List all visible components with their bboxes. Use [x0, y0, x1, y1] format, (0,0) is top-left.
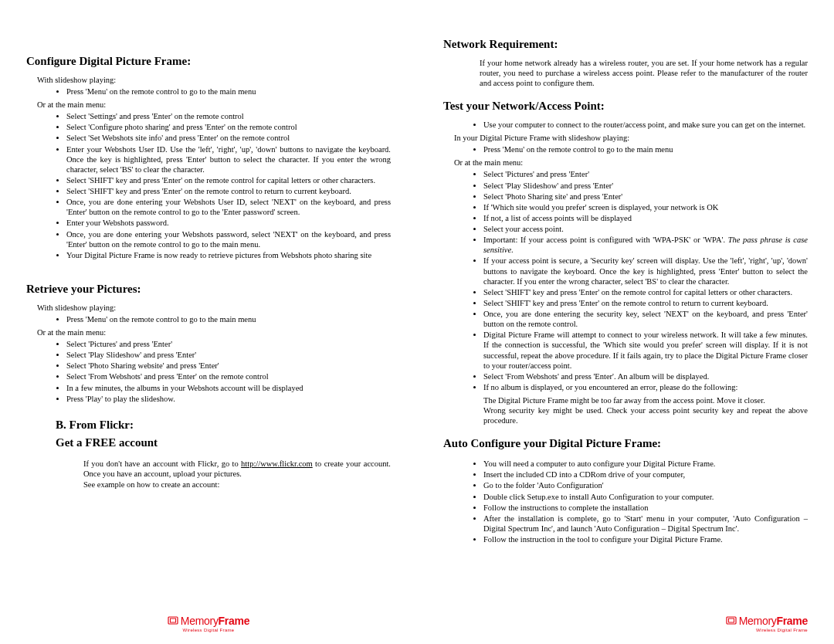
- ret-list-1: Press 'Menu' on the remote control to go…: [26, 314, 391, 324]
- list-item: Once, you are done entering the security…: [483, 309, 808, 329]
- right-page: Network Requirement: If your home networ…: [417, 0, 834, 644]
- ret-lead: With slideshow playing:: [37, 303, 391, 313]
- heading-flickr-b: Get a FREE account: [56, 436, 391, 450]
- cfg-list-1: Press 'Menu' on the remote control to go…: [26, 86, 391, 97]
- list-item: Select 'SHIFT' key and press 'Enter' on …: [66, 175, 391, 185]
- brand-a: Memory: [181, 615, 219, 627]
- list-item: After the installation is complete, go t…: [483, 514, 808, 534]
- auto-list: You will need a computer to auto configu…: [443, 459, 808, 544]
- list-item: Select 'SHIFT' key and press 'Enter' on …: [66, 186, 391, 196]
- list-item: Select 'Settings' and press 'Enter' on t…: [66, 111, 391, 121]
- brand-tag: Wireless Digital Frame: [131, 628, 286, 634]
- list-item: Once, you are done entering your Webshot…: [66, 197, 391, 217]
- flickr-text-a: If you don't have an account with Flickr…: [83, 459, 241, 468]
- list-item: Select 'Pictures' and press 'Enter': [66, 339, 391, 349]
- footer-logo-right: MemoryFrame Wireless Digital Frame: [726, 615, 808, 633]
- list-item: Press 'Play' to play the slideshow.: [66, 394, 391, 404]
- list-item: You will need a computer to auto configu…: [483, 459, 808, 469]
- ret-list-2: Select 'Pictures' and press 'Enter' Sele…: [26, 339, 391, 404]
- heading-configure: Configure Digital Picture Frame:: [26, 54, 391, 69]
- important-a: Important: If your access point is confi…: [483, 236, 728, 244]
- list-item: Press 'Menu' on the remote control to go…: [483, 144, 808, 154]
- list-item: Enter your Webshots password.: [66, 218, 391, 228]
- list-item: Use your computer to connect to the rout…: [483, 120, 808, 130]
- cfg-lead: With slideshow playing:: [37, 75, 391, 85]
- heading-auto: Auto Configure your Digital Picture Fram…: [443, 436, 808, 451]
- memoryframe-icon: [726, 615, 737, 629]
- list-item: Press 'Menu' on the remote control to go…: [66, 86, 391, 97]
- brand-a: Memory: [739, 615, 777, 627]
- list-item: Your Digital Picture Frame is now ready …: [66, 250, 391, 260]
- list-item: Select 'SHIFT' key and press 'Enter' on …: [483, 298, 808, 308]
- test-list-1: Use your computer to connect to the rout…: [443, 120, 808, 130]
- list-item: Select your access point.: [483, 224, 808, 234]
- list-item: Select 'Pictures' and press 'Enter': [483, 169, 808, 179]
- list-item: Double click Setup.exe to install Auto C…: [483, 492, 808, 502]
- brand-tag: Wireless Digital Frame: [726, 628, 808, 634]
- brand-b: Frame: [219, 615, 250, 627]
- list-item: Follow the instructions to complete the …: [483, 503, 808, 513]
- document-spread: Configure Digital Picture Frame: With sl…: [0, 0, 834, 644]
- heading-retrieve: Retrieve your Pictures:: [26, 282, 391, 297]
- svg-rect-0: [168, 617, 178, 624]
- list-item: Digital Picture Frame will attempt to co…: [483, 330, 808, 371]
- cfg-list-2: Select 'Settings' and press 'Enter' on t…: [26, 111, 391, 260]
- list-item: Select 'Play Slideshow' and press 'Enter…: [483, 181, 808, 191]
- list-item: Follow the instruction in the tool to co…: [483, 534, 808, 544]
- flickr-link[interactable]: http://www.flickr.com: [241, 459, 313, 468]
- list-item: Select 'From Webshots' and press 'Enter'…: [483, 371, 808, 381]
- list-item: Press 'Menu' on the remote control to go…: [66, 314, 391, 324]
- list-item: Select 'Play Slideshow' and press 'Enter…: [66, 350, 391, 360]
- list-item: In a few minutes, the albums in your Web…: [66, 383, 391, 393]
- heading-netreq: Network Requirement:: [443, 37, 808, 52]
- svg-rect-2: [727, 617, 736, 624]
- list-item: If no album is displayed, or you encount…: [483, 382, 808, 392]
- list-item: Select 'Photo Sharing site' and press 'E…: [483, 192, 808, 202]
- cfg-or: Or at the main menu:: [37, 100, 391, 110]
- netreq-body: If your home network already has a wirel…: [480, 58, 808, 88]
- test-tail-1: The Digital Picture Frame might be too f…: [483, 395, 808, 405]
- flickr-example: See example on how to create an account:: [83, 480, 391, 490]
- left-page: Configure Digital Picture Frame: With sl…: [0, 0, 417, 644]
- list-item: Enter your Webshots User ID. Use the 'le…: [66, 144, 391, 175]
- test-or: Or at the main menu:: [454, 158, 808, 168]
- test-list-3: Select 'Pictures' and press 'Enter' Sele…: [443, 169, 808, 392]
- ret-or: Or at the main menu:: [37, 327, 391, 337]
- list-item: Go to the folder 'Auto Configuration': [483, 480, 808, 490]
- footer-logo-left: MemoryFrame Wireless Digital Frame: [131, 615, 286, 633]
- list-item: Select 'Photo Sharing website' and press…: [66, 361, 391, 371]
- list-item: If not, a list of access points will be …: [483, 213, 808, 223]
- flickr-block: B. From Flickr: Get a FREE account: [26, 418, 391, 450]
- flickr-body: If you don't have an account with Flickr…: [83, 459, 391, 479]
- list-item: If 'Which site would you prefer' screen …: [483, 202, 808, 212]
- list-item: Once, you are done entering your Webshot…: [66, 229, 391, 249]
- list-item: Insert the included CD into a CDRom driv…: [483, 469, 808, 480]
- heading-flickr-a: B. From Flickr:: [56, 418, 391, 432]
- test-list-2: Press 'Menu' on the remote control to go…: [443, 144, 808, 154]
- brand-b: Frame: [776, 615, 808, 627]
- memoryframe-icon: [168, 615, 178, 629]
- list-item: Select 'SHIFT' key and press 'Enter' on …: [483, 287, 808, 297]
- list-item: Select 'Set Webshots site info' and pres…: [66, 133, 391, 143]
- test-tail-2: Wrong security key might be used. Check …: [483, 405, 808, 425]
- list-item: Select 'From Webshots' and press 'Enter'…: [66, 371, 391, 381]
- svg-rect-1: [170, 619, 175, 622]
- list-item: Important: If your access point is confi…: [483, 235, 808, 255]
- heading-test: Test your Network/Access Point:: [443, 99, 808, 114]
- svg-rect-3: [728, 619, 734, 622]
- test-lead2: In your Digital Picture Frame with slide…: [454, 133, 808, 143]
- list-item: If your access point is secure, a 'Secur…: [483, 256, 808, 286]
- list-item: Select 'Configure photo sharing' and pre…: [66, 122, 391, 132]
